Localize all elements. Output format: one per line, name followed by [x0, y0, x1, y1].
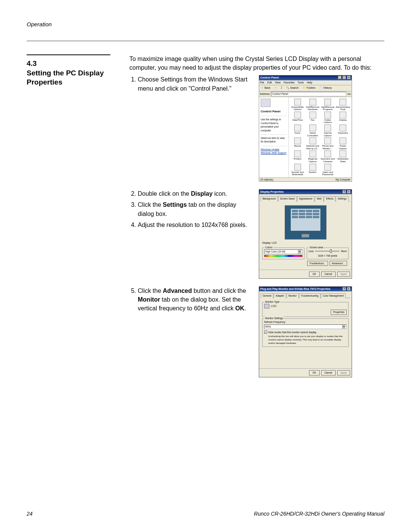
close-icon[interactable]: × — [347, 287, 350, 291]
adv-titlebar[interactable]: Plug and Play Monitor and NVidia Riva TN… — [259, 287, 352, 291]
slider-track[interactable] — [315, 251, 339, 252]
menu-edit[interactable]: Edit — [267, 81, 272, 84]
tab-color-management[interactable]: Color Management — [321, 293, 346, 298]
cp-item[interactable]: Power Options — [336, 137, 350, 150]
search-button[interactable]: 🔍 Search — [285, 86, 300, 90]
ok-button[interactable]: OK — [309, 272, 319, 276]
cp-item[interactable]: Game Controllers — [306, 125, 320, 137]
cancel-button[interactable]: Cancel — [321, 272, 336, 276]
applet-icon — [294, 150, 301, 157]
back-button[interactable]: ← Back — [260, 86, 272, 90]
close-icon[interactable]: × — [347, 76, 350, 79]
cp-item[interactable]: Scheduled Tasks — [336, 150, 350, 163]
adv-tabs[interactable]: GeneralAdapterMonitorTroubleshootingColo… — [261, 293, 350, 298]
cp-item[interactable]: Users and Passwords — [321, 164, 335, 176]
colors-dropdown[interactable]: High Color (16 bit) ▾ — [264, 249, 303, 254]
cp-item[interactable]: Accessibility Options — [290, 99, 305, 111]
resolution-slider[interactable]: Less More — [309, 249, 347, 253]
go-button[interactable]: Go — [347, 92, 351, 96]
apply-button[interactable]: Apply — [337, 272, 350, 276]
tab-web[interactable]: Web — [315, 196, 323, 201]
hide-modes-checkbox-row[interactable]: ✓ Hide modes that this monitor cannot di… — [264, 331, 347, 334]
applet-icon — [339, 150, 346, 157]
cp-item[interactable]: Network and Dial-up Co... — [306, 137, 320, 150]
cp-item[interactable]: Add/Remove Programs — [321, 99, 335, 111]
cp-link-windows-update[interactable]: Windows Update — [261, 148, 287, 151]
tab-screen-saver[interactable]: Screen Saver — [278, 196, 297, 201]
cp-item[interactable]: Add/Remove Hardware — [306, 99, 320, 111]
menu-file[interactable]: File — [260, 81, 264, 84]
tab-effects[interactable]: Effects — [324, 196, 335, 201]
help-icon[interactable]: ? — [342, 190, 346, 193]
history-button[interactable]: 🕘 History — [318, 86, 333, 90]
tab-background[interactable]: Background — [261, 196, 278, 201]
cp-item-label: Scheduled Tasks — [336, 158, 350, 163]
checkbox-icon[interactable]: ✓ — [264, 331, 267, 334]
cp-toolbar[interactable]: ← Back → ⤴ 🔍 Search 📁 Folders 🕘 History — [259, 85, 352, 91]
cp-item[interactable]: Internet Options — [321, 125, 335, 137]
help-icon[interactable]: ? — [342, 287, 346, 291]
minimize-icon[interactable]: _ — [338, 76, 341, 79]
cancel-button[interactable]: Cancel — [321, 370, 336, 375]
tab-adapter[interactable]: Adapter — [274, 293, 286, 298]
cp-item[interactable]: Keyboard — [336, 125, 350, 137]
cp-menubar[interactable]: File Edit View Favorites Tools Help — [259, 80, 352, 85]
properties-button[interactable]: Properties — [331, 310, 347, 315]
up-button[interactable]: ⤴ — [280, 86, 284, 90]
folders-button[interactable]: 📁 Folders — [301, 86, 317, 90]
adv-button-row: OK Cancel Apply — [259, 368, 352, 377]
tab-appearance[interactable]: Appearance — [297, 196, 314, 201]
tab-troubleshooting[interactable]: Troubleshooting — [299, 293, 320, 298]
cp-item[interactable]: Sounds and Multimedia — [290, 164, 305, 176]
cp-item[interactable]: Date/Time — [290, 112, 305, 124]
cp-item[interactable]: Fonts — [290, 125, 305, 137]
tab-settings[interactable]: Settings — [336, 196, 349, 201]
section-rule — [27, 54, 110, 55]
applet-icon — [309, 99, 316, 105]
address-field[interactable]: Control Panel — [271, 92, 346, 96]
chevron-down-icon[interactable]: ▾ — [298, 250, 301, 253]
dp-title-text: Display Properties — [260, 190, 284, 194]
cp-item[interactable]: Printers — [290, 150, 305, 163]
menu-view[interactable]: View — [275, 81, 280, 84]
cp-link-win2000-support[interactable]: Windows 2000 Support — [261, 151, 287, 155]
control-panel-window: Control Panel _ □ × File Edit View Favor… — [259, 75, 352, 182]
cp-item[interactable]: System — [306, 164, 320, 176]
slider-less: Less — [309, 249, 314, 253]
maximize-icon[interactable]: □ — [342, 76, 346, 79]
cp-item[interactable]: Folder Options — [321, 112, 335, 124]
figure-control-panel: Control Panel _ □ × File Edit View Favor… — [259, 75, 352, 182]
applet-icon — [294, 164, 301, 171]
menu-help[interactable]: Help — [307, 81, 312, 84]
cp-item[interactable]: Regional Options — [306, 150, 320, 163]
cp-window-buttons[interactable]: _ □ × — [338, 76, 350, 80]
dp-titlebar[interactable]: Display Properties ? × — [259, 190, 352, 194]
close-icon[interactable]: × — [347, 190, 350, 193]
ok-button[interactable]: OK — [309, 370, 319, 375]
page-footer: 24 Runco CR-26HD/CR-32HDi Owner's Operat… — [27, 511, 384, 517]
refresh-dropdown[interactable]: 60Hz ▾ — [264, 324, 347, 329]
menu-favorites[interactable]: Favorites — [284, 81, 295, 84]
cp-item[interactable]: Phone and Modem ... — [321, 137, 335, 150]
cp-item[interactable]: Mouse — [290, 137, 305, 150]
chevron-down-icon[interactable]: ▾ — [342, 325, 346, 328]
tab-monitor[interactable]: Monitor — [287, 293, 299, 298]
cp-item[interactable]: Fax — [306, 112, 320, 124]
cp-item[interactable]: Display — [336, 112, 350, 124]
monitor-settings-legend: Monitor Settings — [264, 316, 284, 320]
cp-item[interactable]: Administrative Tools — [336, 99, 350, 111]
menu-tools[interactable]: Tools — [298, 81, 304, 84]
hide-modes-label: Hide modes that this monitor cannot disp… — [268, 331, 317, 334]
apply-button[interactable]: Apply — [337, 370, 350, 375]
applet-icon — [339, 99, 346, 105]
cp-item[interactable]: Scanners and Cameras — [321, 150, 335, 163]
advanced-button[interactable]: Advanced... — [330, 261, 347, 266]
tab-general[interactable]: General — [261, 293, 273, 298]
fwd-button[interactable]: → — [273, 86, 278, 90]
cp-addressbar[interactable]: Address Control Panel Go — [259, 91, 352, 97]
troubleshoot-button[interactable]: Troubleshoot... — [307, 261, 328, 266]
cp-item-label: Internet Options — [321, 132, 335, 137]
cp-titlebar[interactable]: Control Panel _ □ × — [259, 75, 352, 80]
slider-thumb[interactable] — [330, 249, 332, 253]
dp-tabs[interactable]: BackgroundScreen SaverAppearanceWebEffec… — [261, 196, 350, 201]
